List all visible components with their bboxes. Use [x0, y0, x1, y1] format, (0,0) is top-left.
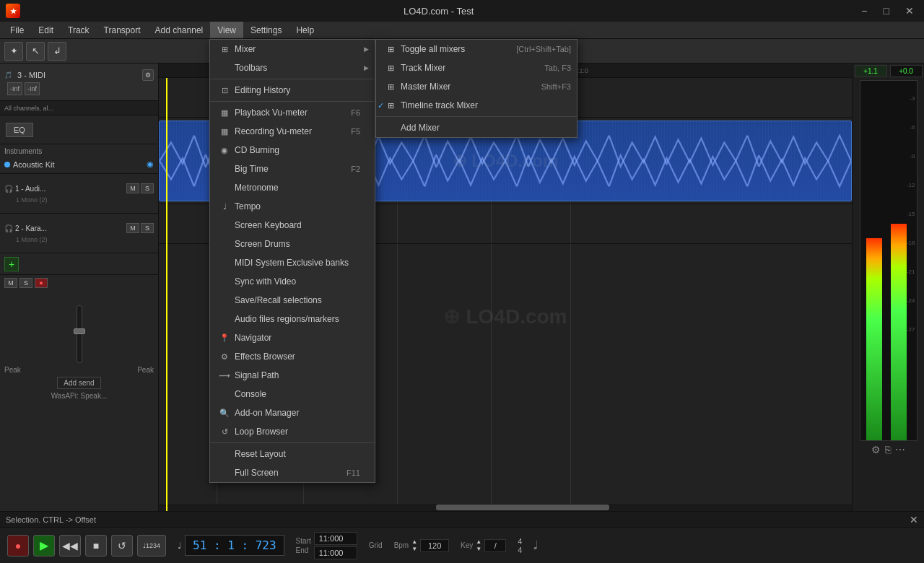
more-icon[interactable]: ⋯ — [895, 444, 905, 455]
maximize-button[interactable]: □ — [879, 4, 894, 18]
view-menu-save-recall[interactable]: Save/Recall selections — [210, 291, 375, 310]
menu-help[interactable]: Help — [289, 22, 321, 38]
view-menu-reset-layout[interactable]: Reset Layout — [210, 445, 375, 463]
track3-row: 🎧 2 - Kara... M S 1 Mono (2) — [0, 214, 158, 253]
scrollbar-thumb[interactable] — [436, 505, 609, 510]
view-menu-navigator[interactable]: 📍 Navigator — [210, 328, 375, 347]
track2-mute-btn[interactable]: M — [126, 183, 139, 193]
bpm-value[interactable]: 120 — [420, 539, 449, 552]
rewind-button[interactable]: ◀◀ — [59, 535, 81, 557]
watermark-symbol: ⊕ — [443, 305, 460, 328]
close-button[interactable]: ✕ — [901, 4, 918, 18]
status-message: Selection. CTRL -> Offset — [6, 515, 96, 524]
editing-history-label: Editing History — [235, 85, 290, 95]
record-button[interactable]: ● — [7, 535, 29, 557]
toggle-all-shortcut: [Ctrl+Shift+Tab] — [516, 45, 571, 53]
view-menu-recording-vu[interactable]: ▦ Recording Vu-meter F5 — [210, 122, 375, 141]
bpm-down-icon[interactable]: ▼ — [411, 546, 417, 552]
big-time-icon — [219, 163, 230, 175]
instrument-item: Acoustic Kit ◉ — [4, 158, 154, 170]
track1-settings-icon[interactable]: ⚙ — [142, 69, 154, 81]
stop-button[interactable]: ■ — [85, 535, 107, 557]
view-menu-big-time[interactable]: Big Time F2 — [210, 160, 375, 178]
track-mixer-icon: ⊞ — [385, 62, 396, 74]
horizontal-scrollbar[interactable] — [159, 504, 852, 511]
view-menu-toolbars[interactable]: Toolbars — [210, 58, 375, 77]
track4-mute-btn[interactable]: M — [4, 278, 17, 288]
menu-view[interactable]: View — [210, 22, 243, 38]
track4-solo-btn[interactable]: S — [19, 278, 32, 288]
end-label: End — [296, 546, 311, 554]
submenu-toggle-all-mixers[interactable]: ⊞ Toggle all mixers [Ctrl+Shift+Tab] — [376, 40, 577, 58]
track3-mute-btn[interactable]: M — [126, 223, 139, 233]
navigator-label: Navigator — [235, 333, 271, 343]
view-menu-editing-history[interactable]: ⊡ Editing History — [210, 81, 375, 100]
view-menu-audio-regions[interactable]: Audio files regions/markers — [210, 310, 375, 328]
view-menu-screen-drums[interactable]: Screen Drums — [210, 235, 375, 253]
view-menu-effects-browser[interactable]: ⚙ Effects Browser — [210, 347, 375, 366]
db-display-left: +1.1 — [855, 65, 887, 77]
submenu-add-mixer[interactable]: Add Mixer — [376, 118, 577, 137]
fader-track[interactable] — [77, 305, 82, 363]
eq-button[interactable]: EQ — [6, 123, 33, 137]
key-down-icon[interactable]: ▼ — [476, 546, 481, 552]
track2-mono-label: 1 Mono (2) — [4, 196, 48, 204]
loop-button[interactable]: ↺ — [111, 535, 133, 557]
view-menu-loop-browser[interactable]: ↺ Loop Browser — [210, 422, 375, 441]
console-label: Console — [235, 389, 266, 399]
track3-solo-btn[interactable]: S — [141, 223, 154, 233]
key-section: Key ▲ ▼ / — [461, 538, 506, 552]
key-value[interactable]: / — [484, 539, 506, 552]
audio-regions-label: Audio files regions/markers — [235, 314, 339, 324]
view-menu-midi-sysex[interactable]: MIDI System Exclusive banks — [210, 253, 375, 272]
track1-number: 🎵 — [4, 71, 14, 79]
minimize-button[interactable]: − — [857, 4, 871, 18]
view-menu: ⊞ Mixer Toolbars ⊡ Editing History ▦ Pla… — [209, 39, 375, 483]
view-menu-sync-video[interactable]: Sync with Video — [210, 272, 375, 291]
view-menu-playback-vu[interactable]: ▦ Playback Vu-meter F6 — [210, 103, 375, 122]
play-button[interactable]: ▶ — [33, 535, 55, 557]
view-menu-addon-manager[interactable]: 🔍 Add-on Manager — [210, 403, 375, 422]
toolbars-label: Toolbars — [235, 63, 267, 73]
bpm-up-icon[interactable]: ▲ — [411, 538, 417, 545]
view-menu-metronome[interactable]: Metronome — [210, 178, 375, 197]
status-close-icon[interactable]: ✕ — [910, 514, 918, 525]
metronome-button[interactable]: ♩1234 — [137, 535, 166, 557]
view-menu-tempo[interactable]: ♩ Tempo — [210, 197, 375, 216]
key-up-icon[interactable]: ▲ — [476, 538, 481, 545]
menu-settings[interactable]: Settings — [243, 22, 289, 38]
add-track-button[interactable]: + — [4, 257, 19, 271]
fader-thumb[interactable] — [74, 328, 85, 334]
start-value[interactable]: 11:000 — [314, 532, 357, 545]
recording-vu-icon: ▦ — [219, 126, 230, 137]
view-menu-cd-burning[interactable]: ◉ CD Burning — [210, 141, 375, 160]
gear-icon[interactable]: ⚙ — [871, 444, 881, 455]
view-menu-mixer[interactable]: ⊞ Mixer — [210, 40, 375, 58]
toolbar-btn-logo[interactable]: ✦ — [4, 42, 23, 61]
mixer-label: Mixer — [235, 44, 256, 54]
tempo-label: Tempo — [235, 201, 261, 211]
add-send-button[interactable]: Add send — [57, 377, 100, 389]
share-icon[interactable]: ⎘ — [885, 444, 891, 455]
submenu-master-mixer[interactable]: ⊞ Master Mixer Shift+F3 — [376, 77, 577, 96]
track2-name: 1 - Audi... — [15, 185, 124, 193]
track2-solo-btn[interactable]: S — [141, 183, 154, 193]
submenu-timeline-track-mixer[interactable]: ⊞ Timeline track Mixer — [376, 96, 577, 115]
view-menu-screen-keyboard[interactable]: Screen Keyboard — [210, 216, 375, 235]
separator-1 — [210, 79, 375, 79]
view-menu-signal-path[interactable]: ⟿ Signal Path — [210, 366, 375, 385]
view-menu-full-screen[interactable]: Full Screen F11 — [210, 463, 375, 482]
db-mark-21: -21 — [907, 269, 915, 275]
menu-add-channel[interactable]: Add channel — [148, 22, 211, 38]
end-value[interactable]: 11:000 — [314, 546, 357, 559]
view-menu-console[interactable]: Console — [210, 385, 375, 403]
eq-area: EQ — [0, 115, 158, 144]
toolbar-btn-back[interactable]: ↲ — [48, 42, 66, 61]
toolbar-btn-select[interactable]: ↖ — [26, 42, 45, 61]
track4-record-btn[interactable]: ● — [35, 278, 48, 288]
menu-file[interactable]: File — [3, 22, 31, 38]
menu-edit[interactable]: Edit — [31, 22, 61, 38]
submenu-track-mixer[interactable]: ⊞ Track Mixer Tab, F3 — [376, 58, 577, 77]
menu-transport[interactable]: Transport — [97, 22, 148, 38]
menu-track[interactable]: Track — [61, 22, 97, 38]
